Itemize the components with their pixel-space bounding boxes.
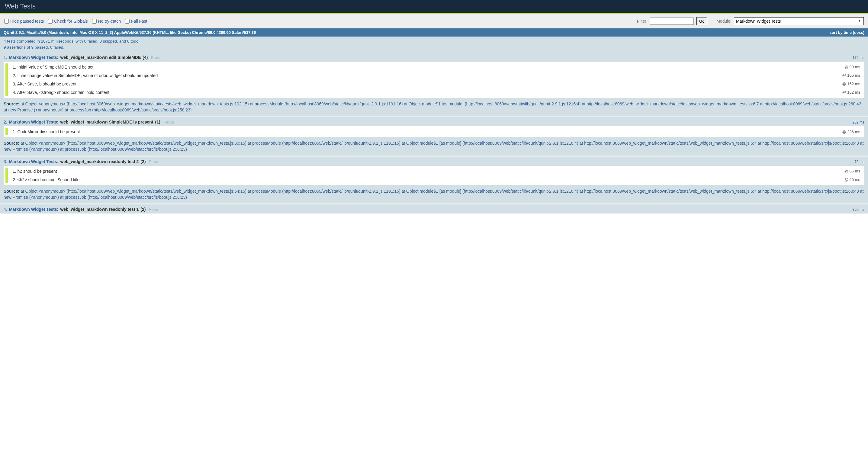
source-label: Source: <box>4 141 19 146</box>
test-module-name[interactable]: Markdown Widget Tests: <box>9 120 59 124</box>
assert-item[interactable]: 4. After Save, <strong> should contain '… <box>4 88 864 97</box>
assert-runtime: @ 105 ms <box>842 73 860 78</box>
assert-message: 2. If we change value in SimpleMDE, valu… <box>13 73 158 78</box>
assert-message: 1. Initial Value of SimpleMDE should be … <box>13 65 93 69</box>
module-select-wrap: Markdown Widget Tests <box>734 17 864 25</box>
assert-runtime: @ 65 ms <box>844 169 860 173</box>
rerun-link[interactable]: Rerun <box>149 159 159 164</box>
no-trycatch-text: No try-catch <box>98 19 121 24</box>
assert-item[interactable]: 1. CodeMirror div should be present@ 236… <box>4 127 864 136</box>
test-summary: 4 tests completed in 1071 milliseconds, … <box>0 36 868 53</box>
hide-passed-text: Hide passed tests <box>10 19 44 24</box>
assert-runtime: @ 65 ms <box>844 177 860 182</box>
assert-runtime: @ 99 ms <box>844 65 860 69</box>
test-block: 3. Markdown Widget Tests: web_widget_mar… <box>0 157 868 204</box>
summary-line-2: 9 assertions of 9 passed, 0 failed. <box>4 44 864 51</box>
test-title-row[interactable]: 1. Markdown Widget Tests: web_widget_mar… <box>0 53 868 62</box>
source-trace: at Object.<anonymous> (http://localhost:… <box>4 141 864 152</box>
assert-item[interactable]: 1. Initial Value of SimpleMDE should be … <box>4 63 864 71</box>
filter-input[interactable] <box>650 18 694 25</box>
test-runtime: 252 ms <box>852 120 864 124</box>
check-globals-text: Check for Globals <box>54 19 88 24</box>
assert-count: (2) <box>141 207 146 212</box>
test-title-row[interactable]: 2. Markdown Widget Tests: web_widget_mar… <box>0 117 868 126</box>
test-runtime: 350 ms <box>852 208 864 212</box>
page-header: Web Tests <box>0 0 868 13</box>
assert-runtime: @ 162 ms <box>842 82 860 86</box>
test-name: web_widget_markdown readonly test 2 <box>60 159 138 164</box>
toolbar-filters: Filter: Go Module: Markdown Widget Tests <box>637 17 864 25</box>
test-module-name[interactable]: Markdown Widget Tests: <box>9 159 59 164</box>
assert-item[interactable]: 1. h2 should be present@ 65 ms <box>4 167 864 176</box>
assert-message: 1. CodeMirror div should be present <box>13 129 80 134</box>
pass-bar-icon <box>5 128 8 135</box>
toolbar-checkboxes: Hide passed tests Check for Globals No t… <box>4 19 147 24</box>
source-trace: at Object.<anonymous> (http://localhost:… <box>4 189 864 200</box>
no-trycatch-label[interactable]: No try-catch <box>92 19 121 24</box>
fail-fast-text: Fail Fast <box>131 19 147 24</box>
test-number: 3. <box>4 159 7 164</box>
tests-container: 1. Markdown Widget Tests: web_widget_mar… <box>0 53 868 214</box>
test-number: 1. <box>4 55 7 60</box>
assert-item[interactable]: 2. If we change value in SimpleMDE, valu… <box>4 71 864 80</box>
assert-count: (1) <box>155 120 160 124</box>
test-source: Source: at Object.<anonymous> (http://lo… <box>0 185 868 204</box>
module-select[interactable]: Markdown Widget Tests <box>734 17 864 25</box>
filter-label: Filter: <box>637 19 648 24</box>
hide-passed-label[interactable]: Hide passed tests <box>4 19 44 24</box>
source-label: Source: <box>4 189 19 193</box>
assert-message: 3. After Save, b should be present <box>13 82 76 86</box>
assert-count: (2) <box>141 159 146 164</box>
hide-passed-checkbox[interactable] <box>4 19 9 24</box>
test-name: web_widget_markdown readonly test 1 <box>60 207 138 212</box>
assert-message: 2. <h2> should contain 'Second title' <box>13 177 80 182</box>
assert-item[interactable]: 3. After Save, b should be present@ 162 … <box>4 80 864 88</box>
test-module-name[interactable]: Markdown Widget Tests: <box>9 55 59 60</box>
test-source: Source: at Object.<anonymous> (http://lo… <box>0 98 868 116</box>
go-button[interactable]: Go <box>696 17 707 25</box>
check-globals-label[interactable]: Check for Globals <box>48 19 88 24</box>
test-runtime: 172 ms <box>852 56 864 60</box>
user-agent-bar: QUnit 2.9.1; Mozilla/5.0 (Macintosh; Int… <box>0 28 868 36</box>
test-number: 4. <box>4 207 7 212</box>
source-label: Source: <box>4 101 19 106</box>
pass-bar-icon <box>5 63 8 96</box>
assert-message: 1. h2 should be present <box>13 169 57 174</box>
rerun-link[interactable]: Rerun <box>163 120 174 124</box>
user-agent-text: QUnit 2.9.1; Mozilla/5.0 (Macintosh; Int… <box>4 30 256 35</box>
test-module-name[interactable]: Markdown Widget Tests: <box>9 207 59 212</box>
assert-runtime: @ 162 ms <box>842 90 860 94</box>
source-trace: at Object.<anonymous> (http://localhost:… <box>4 101 861 112</box>
assert-list: 1. Initial Value of SimpleMDE should be … <box>4 62 864 98</box>
check-globals-checkbox[interactable] <box>48 19 53 24</box>
assert-list: 1. h2 should be present@ 65 ms2. <h2> sh… <box>4 166 864 185</box>
summary-line-1: 4 tests completed in 1071 milliseconds, … <box>4 38 864 44</box>
fail-fast-label[interactable]: Fail Fast <box>125 19 147 24</box>
test-title-row[interactable]: 4. Markdown Widget Tests: web_widget_mar… <box>0 205 868 213</box>
test-block: 1. Markdown Widget Tests: web_widget_mar… <box>0 53 868 116</box>
test-block: 2. Markdown Widget Tests: web_widget_mar… <box>0 117 868 155</box>
assert-item[interactable]: 2. <h2> should contain 'Second title'@ 6… <box>4 176 864 184</box>
pass-bar-icon <box>5 168 8 183</box>
test-source: Source: at Object.<anonymous> (http://lo… <box>0 137 868 155</box>
test-name: web_widget_markdown edit SimpleMDE <box>60 55 141 60</box>
test-number: 2. <box>4 120 7 124</box>
test-block: 4. Markdown Widget Tests: web_widget_mar… <box>0 205 868 213</box>
test-name: web_widget_markdown SimpleMDE is present <box>60 120 153 124</box>
assert-runtime: @ 236 ms <box>842 129 860 134</box>
rerun-link[interactable]: Rerun <box>149 207 159 212</box>
assert-list: 1. CodeMirror div should be present@ 236… <box>4 126 864 137</box>
assert-count: (4) <box>143 55 148 60</box>
rerun-link[interactable]: Rerun <box>151 55 161 60</box>
module-label: Module: <box>716 19 732 24</box>
sort-by-time[interactable]: sort by time (desc) <box>829 30 864 35</box>
page-title: Web Tests <box>5 2 36 10</box>
no-trycatch-checkbox[interactable] <box>92 19 97 24</box>
assert-message: 4. After Save, <strong> should contain '… <box>13 90 110 95</box>
qunit-toolbar: Hide passed tests Check for Globals No t… <box>0 14 868 28</box>
test-runtime: 73 ms <box>855 160 864 164</box>
fail-fast-checkbox[interactable] <box>125 19 130 24</box>
test-title-row[interactable]: 3. Markdown Widget Tests: web_widget_mar… <box>0 157 868 166</box>
